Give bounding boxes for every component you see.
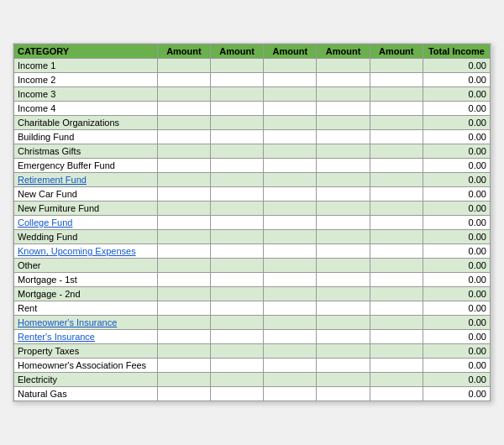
amount-cell-2[interactable]: [211, 173, 264, 187]
amount-cell-1[interactable]: [157, 273, 210, 287]
amount-cell-2[interactable]: [211, 187, 264, 202]
amount-cell-5[interactable]: [370, 187, 423, 202]
amount-cell-2[interactable]: [211, 230, 264, 244]
amount-cell-5[interactable]: [370, 87, 423, 102]
amount-cell-1[interactable]: [157, 159, 210, 173]
category-link[interactable]: College Fund: [18, 217, 72, 228]
amount-cell-3[interactable]: [264, 187, 317, 202]
amount-cell-2[interactable]: [211, 301, 264, 316]
amount-cell-1[interactable]: [157, 330, 210, 344]
amount-cell-3[interactable]: [264, 373, 317, 387]
amount-cell-4[interactable]: [317, 230, 370, 244]
amount-cell-3[interactable]: [264, 144, 317, 159]
amount-cell-2[interactable]: [211, 344, 264, 359]
amount-cell-2[interactable]: [211, 359, 264, 373]
amount-cell-5[interactable]: [370, 102, 423, 116]
amount-cell-3[interactable]: [264, 202, 317, 216]
amount-cell-5[interactable]: [370, 130, 423, 144]
amount-cell-2[interactable]: [211, 273, 264, 287]
amount-cell-1[interactable]: [157, 202, 210, 216]
amount-cell-4[interactable]: [317, 144, 370, 159]
amount-cell-5[interactable]: [370, 144, 423, 159]
amount-cell-4[interactable]: [317, 59, 370, 73]
amount-cell-5[interactable]: [370, 173, 423, 187]
amount-cell-3[interactable]: [264, 130, 317, 144]
amount-cell-4[interactable]: [317, 202, 370, 216]
amount-cell-4[interactable]: [317, 273, 370, 287]
amount-cell-1[interactable]: [157, 230, 210, 244]
category-link[interactable]: Homeowner's Insurance: [18, 317, 117, 327]
amount-cell-4[interactable]: [317, 344, 370, 359]
amount-cell-5[interactable]: [370, 244, 423, 259]
amount-cell-2[interactable]: [211, 102, 264, 116]
amount-cell-2[interactable]: [211, 373, 264, 387]
amount-cell-1[interactable]: [157, 130, 210, 144]
amount-cell-3[interactable]: [264, 87, 317, 102]
amount-cell-1[interactable]: [157, 73, 210, 87]
amount-cell-1[interactable]: [157, 287, 210, 301]
amount-cell-4[interactable]: [317, 130, 370, 144]
amount-cell-2[interactable]: [211, 330, 264, 344]
amount-cell-2[interactable]: [211, 59, 264, 73]
amount-cell-2[interactable]: [211, 144, 264, 159]
amount-cell-5[interactable]: [370, 330, 423, 344]
amount-cell-2[interactable]: [211, 73, 264, 87]
amount-cell-3[interactable]: [264, 216, 317, 230]
amount-cell-5[interactable]: [370, 116, 423, 130]
amount-cell-2[interactable]: [211, 87, 264, 102]
amount-cell-3[interactable]: [264, 102, 317, 116]
amount-cell-3[interactable]: [264, 259, 317, 273]
amount-cell-1[interactable]: [157, 59, 210, 73]
amount-cell-5[interactable]: [370, 387, 423, 401]
amount-cell-3[interactable]: [264, 387, 317, 401]
amount-cell-3[interactable]: [264, 116, 317, 130]
amount-cell-1[interactable]: [157, 102, 210, 116]
amount-cell-4[interactable]: [317, 116, 370, 130]
amount-cell-1[interactable]: [157, 244, 210, 259]
amount-cell-5[interactable]: [370, 316, 423, 330]
amount-cell-1[interactable]: [157, 173, 210, 187]
amount-cell-4[interactable]: [317, 316, 370, 330]
amount-cell-1[interactable]: [157, 387, 210, 401]
amount-cell-1[interactable]: [157, 316, 210, 330]
amount-cell-1[interactable]: [157, 216, 210, 230]
amount-cell-4[interactable]: [317, 387, 370, 401]
amount-cell-3[interactable]: [264, 244, 317, 259]
amount-cell-1[interactable]: [157, 301, 210, 316]
amount-cell-3[interactable]: [264, 230, 317, 244]
amount-cell-1[interactable]: [157, 87, 210, 102]
category-link[interactable]: Known, Upcoming Expenses: [18, 246, 136, 256]
amount-cell-4[interactable]: [317, 244, 370, 259]
amount-cell-4[interactable]: [317, 187, 370, 202]
amount-cell-3[interactable]: [264, 287, 317, 301]
amount-cell-1[interactable]: [157, 187, 210, 202]
amount-cell-4[interactable]: [317, 216, 370, 230]
amount-cell-5[interactable]: [370, 344, 423, 359]
amount-cell-5[interactable]: [370, 259, 423, 273]
amount-cell-2[interactable]: [211, 244, 264, 259]
amount-cell-4[interactable]: [317, 259, 370, 273]
amount-cell-3[interactable]: [264, 159, 317, 173]
amount-cell-2[interactable]: [211, 159, 264, 173]
amount-cell-1[interactable]: [157, 144, 210, 159]
amount-cell-4[interactable]: [317, 373, 370, 387]
amount-cell-3[interactable]: [264, 173, 317, 187]
amount-cell-5[interactable]: [370, 359, 423, 373]
amount-cell-4[interactable]: [317, 287, 370, 301]
amount-cell-5[interactable]: [370, 373, 423, 387]
amount-cell-5[interactable]: [370, 59, 423, 73]
amount-cell-5[interactable]: [370, 230, 423, 244]
amount-cell-2[interactable]: [211, 116, 264, 130]
amount-cell-5[interactable]: [370, 216, 423, 230]
amount-cell-5[interactable]: [370, 73, 423, 87]
amount-cell-5[interactable]: [370, 159, 423, 173]
amount-cell-2[interactable]: [211, 387, 264, 401]
amount-cell-5[interactable]: [370, 273, 423, 287]
amount-cell-1[interactable]: [157, 344, 210, 359]
amount-cell-1[interactable]: [157, 259, 210, 273]
amount-cell-4[interactable]: [317, 330, 370, 344]
amount-cell-3[interactable]: [264, 359, 317, 373]
amount-cell-5[interactable]: [370, 202, 423, 216]
amount-cell-4[interactable]: [317, 159, 370, 173]
amount-cell-4[interactable]: [317, 173, 370, 187]
